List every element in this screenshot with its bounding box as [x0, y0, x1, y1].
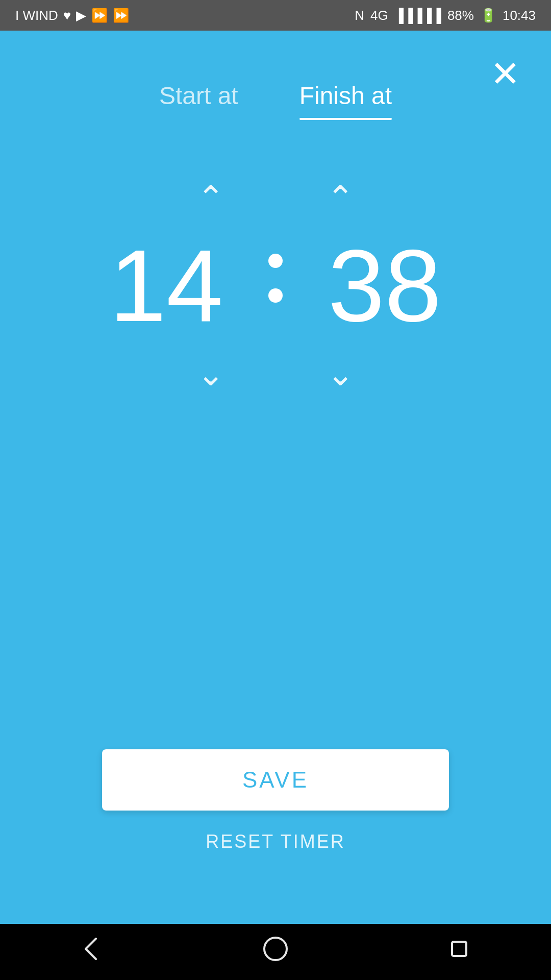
main-content: ✕ Start at Finish at ⌃ ⌃ 14: [0, 31, 551, 924]
close-button[interactable]: ✕: [490, 56, 520, 92]
home-button[interactable]: [260, 934, 291, 971]
minutes-column: ⌃: [327, 181, 354, 214]
tab-finish-at[interactable]: Finish at: [299, 82, 392, 120]
svg-point-0: [264, 938, 287, 960]
battery-label: 88%: [447, 8, 474, 23]
status-left: I WIND ♥ ▶ ⏩ ⏩: [15, 8, 129, 23]
tab-bar: Start at Finish at: [0, 82, 551, 120]
hours-down-button[interactable]: ⌄: [197, 357, 224, 390]
hours-column: ⌃: [197, 181, 224, 214]
minutes-display: 38: [313, 235, 456, 337]
status-bar: I WIND ♥ ▶ ⏩ ⏩ N 4G ▐▐▐▐▐ 88% 🔋 10:43: [0, 0, 551, 31]
chevrons-up-row: ⌃ ⌃: [197, 181, 354, 214]
play-icon: ▶: [76, 8, 86, 23]
hours-down-column: ⌄: [197, 357, 224, 390]
heart-icon: ♥: [63, 8, 71, 23]
time-label: 10:43: [503, 8, 536, 23]
hours-up-button[interactable]: ⌃: [197, 181, 224, 214]
hours-value-column: 14: [95, 235, 238, 337]
battery-icon: 🔋: [480, 8, 496, 23]
svg-rect-1: [452, 942, 466, 956]
recent-apps-button[interactable]: [444, 934, 474, 971]
minutes-value-column: 38: [313, 235, 456, 337]
minutes-up-button[interactable]: ⌃: [327, 181, 354, 214]
nav-bar: [0, 924, 551, 980]
minutes-down-button[interactable]: ⌄: [327, 357, 354, 390]
reset-timer-button[interactable]: RESET TIMER: [206, 831, 345, 852]
carrier-label: I WIND: [15, 8, 58, 23]
colon-dot-top: [268, 254, 283, 268]
time-values-row: 14 38: [95, 235, 456, 337]
minutes-down-column: ⌄: [327, 357, 354, 390]
forward-icon: ⏩: [91, 8, 108, 23]
tab-start-at[interactable]: Start at: [159, 82, 238, 120]
hours-display: 14: [95, 235, 238, 337]
forward2-icon: ⏩: [113, 8, 129, 23]
save-button[interactable]: SAVE: [102, 749, 449, 811]
status-right: N 4G ▐▐▐▐▐ 88% 🔋 10:43: [355, 8, 536, 23]
nfc-icon: N: [355, 8, 364, 23]
signal-icon: ▐▐▐▐▐: [394, 8, 441, 23]
colon-container: [268, 254, 283, 303]
back-button[interactable]: [77, 934, 107, 971]
time-picker: ⌃ ⌃ 14 38 ⌄: [95, 181, 456, 390]
chevrons-down-row: ⌄ ⌄: [197, 357, 354, 390]
network-label: 4G: [370, 8, 388, 23]
colon-dot-bottom: [268, 288, 283, 303]
bottom-section: SAVE RESET TIMER: [0, 749, 551, 852]
